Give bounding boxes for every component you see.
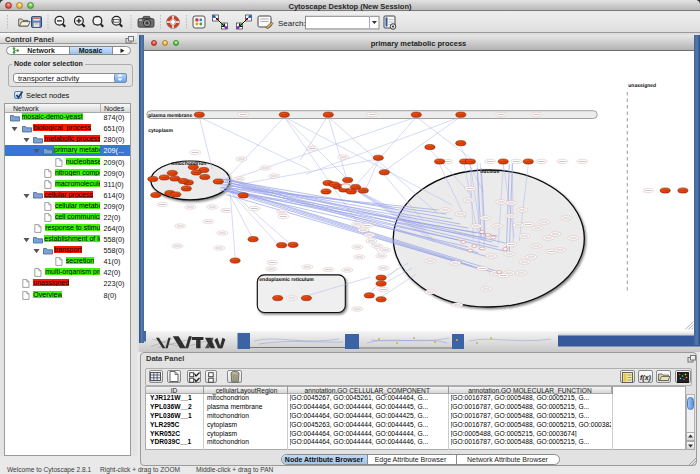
svg-text:unassigned: unassigned [628,83,656,89]
svg-text:Search:: Search: [278,19,306,28]
svg-text:cytoplasm: cytoplasm [148,128,173,134]
svg-text:mitochondrion: mitochondrion [171,161,206,167]
svg-text:plasma membrane: plasma membrane [148,113,192,119]
svg-text:nucleus: nucleus [480,169,499,175]
svg-text:endoplasmic reticulum: endoplasmic reticulum [259,277,314,283]
